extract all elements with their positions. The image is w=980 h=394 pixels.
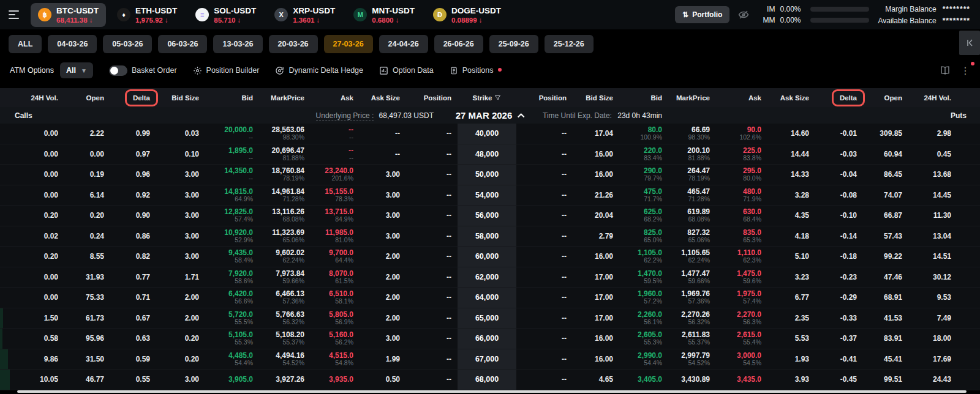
puts-ask[interactable]: 295.080.0% — [716, 167, 767, 182]
expiry-tab[interactable]: 20-03-26 — [269, 35, 318, 53]
strike-value[interactable]: 64,000 — [458, 288, 516, 308]
calls-ask[interactable]: 23,240.0201.6% — [311, 167, 360, 182]
calls-bid[interactable]: 6,420.056.6% — [205, 290, 259, 305]
col-header-puts-position[interactable]: Position — [516, 94, 573, 102]
pair-tab[interactable]: ฿ BTC-USDT 68,411.38 ↓ — [31, 3, 106, 27]
col-header-calls-ask-size[interactable]: Ask Size — [360, 94, 406, 102]
puts-bid[interactable]: 80.0100.9% — [619, 126, 668, 141]
col-header-puts-vol[interactable]: 24H Vol. — [908, 94, 957, 102]
calls-ask[interactable]: 9,700.064.4% — [311, 249, 360, 264]
calls-ask[interactable]: 6,510.058.1% — [311, 290, 360, 305]
puts-ask[interactable]: 1,475.059.6% — [716, 270, 767, 284]
option-chain-row[interactable]: 0.00 6.14 0.92 3.00 14,815.064.9% 14,961… — [0, 185, 980, 206]
strike-value[interactable]: 67,000 — [458, 349, 516, 370]
puts-ask[interactable]: 3,435.0 — [716, 376, 767, 384]
option-chain-row[interactable]: 0.20 8.55 0.82 3.00 9,435.058.4% 9,602.0… — [0, 247, 980, 267]
calls-ask[interactable]: 5,805.056.9% — [311, 311, 360, 325]
option-chain-row[interactable]: 0.00 0.19 0.96 3.00 14,350.0-- 18,760.84… — [0, 165, 980, 185]
option-chain-row[interactable]: 0.00 0.00 0.97 0.10 1,895.0-- 20,696.478… — [0, 144, 980, 165]
calls-bid[interactable]: 20,000.0-- — [205, 126, 259, 141]
calls-bid[interactable]: 10,920.052.9% — [205, 229, 259, 243]
calls-bid[interactable]: 7,920.058.6% — [205, 270, 259, 284]
option-chain-row[interactable]: 0.02 0.24 0.86 3.00 10,920.052.9% 11,323… — [0, 226, 980, 247]
puts-ask[interactable]: 3,000.054.5% — [716, 352, 767, 366]
option-chain-row[interactable]: 0.20 0.20 0.90 3.00 12,825.057.4% 13,116… — [0, 206, 980, 226]
calls-bid[interactable]: 12,825.057.4% — [205, 208, 259, 223]
puts-ask[interactable]: 90.0102.6% — [716, 126, 767, 141]
puts-bid[interactable]: 475.071.7% — [619, 188, 668, 203]
puts-ask[interactable]: 835.065.3% — [716, 229, 767, 243]
pair-tab[interactable]: M MNT-USDT 0.6800 ↓ — [346, 3, 422, 27]
strike-value[interactable]: 60,000 — [458, 247, 516, 267]
orderbook-icon[interactable] — [940, 65, 951, 75]
strike-value[interactable]: 65,000 — [458, 308, 516, 329]
puts-bid[interactable]: 220.083.4% — [619, 147, 668, 162]
col-header-calls-vol[interactable]: 24H Vol. — [0, 94, 64, 102]
calls-bid[interactable]: 4,485.054.4% — [205, 352, 259, 366]
calls-bid[interactable]: 3,905.0 — [205, 376, 259, 384]
strike-value[interactable]: 56,000 — [458, 206, 516, 226]
puts-ask[interactable]: 225.083.8% — [716, 147, 767, 162]
puts-bid[interactable]: 2,260.056.1% — [619, 311, 668, 325]
calls-bid[interactable]: 9,435.058.4% — [205, 249, 259, 264]
col-header-strike[interactable]: Strike — [458, 94, 516, 102]
col-header-puts-bid-size[interactable]: Bid Size — [573, 94, 619, 102]
col-header-puts-mark[interactable]: MarkPrice — [668, 94, 716, 102]
pair-tab[interactable]: X XRP-USDT 1.3601 ↓ — [267, 3, 342, 27]
col-header-puts-ask[interactable]: Ask — [716, 94, 767, 102]
col-header-calls-position[interactable]: Position — [406, 94, 458, 102]
col-header-calls-delta[interactable]: Delta — [110, 94, 156, 102]
option-chain-row[interactable]: 10.05 46.77 0.55 3.00 3,905.0 3,927.26 3… — [0, 370, 980, 390]
pair-tab[interactable]: ≡ SOL-USDT 85.710 ↓ — [188, 3, 263, 27]
expiry-tab[interactable]: 05-03-26 — [103, 35, 152, 53]
puts-bid[interactable]: 1,470.059.5% — [619, 270, 668, 284]
calls-ask[interactable]: 4,515.054.8% — [311, 352, 360, 366]
position-builder-button[interactable]: Position Builder — [193, 66, 260, 75]
puts-ask[interactable]: 2,270.056.3% — [716, 311, 767, 325]
expiry-tab[interactable]: 13-03-26 — [213, 35, 262, 53]
calls-bid[interactable]: 14,350.0-- — [205, 167, 259, 182]
option-chain-row[interactable]: 1.50 61.73 0.67 2.00 5,720.055.5% 5,766.… — [0, 308, 980, 329]
col-header-calls-mark[interactable]: MarkPrice — [259, 94, 311, 102]
eye-off-icon[interactable] — [738, 9, 749, 20]
puts-bid[interactable]: 2,990.054.4% — [619, 352, 668, 366]
calls-ask[interactable]: 8,070.061.5% — [311, 270, 360, 284]
puts-bid[interactable]: 290.079.7% — [619, 167, 668, 182]
portfolio-button[interactable]: ⇅ Portfolio — [675, 6, 729, 23]
calls-bid[interactable]: 1,895.0-- — [205, 147, 259, 162]
expiry-tab[interactable]: 25-12-26 — [545, 35, 594, 53]
expiry-tab[interactable]: 25-09-26 — [489, 35, 538, 53]
col-header-puts-delta[interactable]: Delta — [815, 94, 863, 102]
more-menu-icon[interactable]: ⋮ — [960, 65, 970, 76]
strike-value[interactable]: 68,000 — [458, 370, 516, 390]
strike-value[interactable]: 54,000 — [458, 185, 516, 206]
option-chain-row[interactable]: 0.00 31.93 0.77 1.71 7,920.058.6% 7,973.… — [0, 267, 980, 288]
option-data-button[interactable]: Option Data — [379, 66, 434, 75]
puts-bid[interactable]: 825.065.0% — [619, 229, 668, 243]
calls-bid[interactable]: 5,720.055.5% — [205, 311, 259, 325]
col-header-puts-open[interactable]: Open — [863, 94, 908, 102]
filter-icon[interactable] — [494, 94, 501, 101]
option-chain-row[interactable]: 0.00 75.33 0.71 2.00 6,420.056.6% 6,466.… — [0, 288, 980, 308]
menu-icon[interactable] — [9, 10, 21, 19]
expiry-tab[interactable]: 04-03-26 — [48, 35, 97, 53]
puts-ask[interactable]: 480.071.9% — [716, 188, 767, 203]
expiry-tab[interactable]: 27-03-26 — [324, 35, 373, 53]
puts-ask[interactable]: 630.068.4% — [716, 208, 767, 223]
calls-bid[interactable]: 5,105.055.3% — [205, 331, 259, 346]
horizontal-scrollbar[interactable] — [17, 390, 967, 393]
puts-bid[interactable]: 3,405.0 — [619, 376, 668, 384]
puts-ask[interactable]: 2,615.055.4% — [716, 331, 767, 346]
strike-value[interactable]: 48,000 — [458, 144, 516, 165]
expiry-date-selector[interactable]: 27 MAR 2026 — [456, 110, 525, 121]
strike-value[interactable]: 50,000 — [458, 165, 516, 185]
pair-tab[interactable]: ♦ ETH-USDT 1,975.92 ↓ — [110, 3, 184, 27]
col-header-calls-ask[interactable]: Ask — [311, 94, 360, 102]
option-chain-row[interactable]: 0.58 95.96 0.63 0.20 5,105.055.3% 5,108.… — [0, 329, 980, 349]
option-chain-row[interactable]: 0.00 2.22 0.99 0.03 20,000.0-- 28,563.06… — [0, 124, 980, 144]
strike-value[interactable]: 58,000 — [458, 226, 516, 247]
col-header-puts-bid[interactable]: Bid — [619, 94, 668, 102]
calls-bid[interactable]: 14,815.064.9% — [205, 188, 259, 203]
calls-ask[interactable]: ---- — [311, 126, 360, 141]
col-header-calls-bid[interactable]: Bid — [205, 94, 259, 102]
